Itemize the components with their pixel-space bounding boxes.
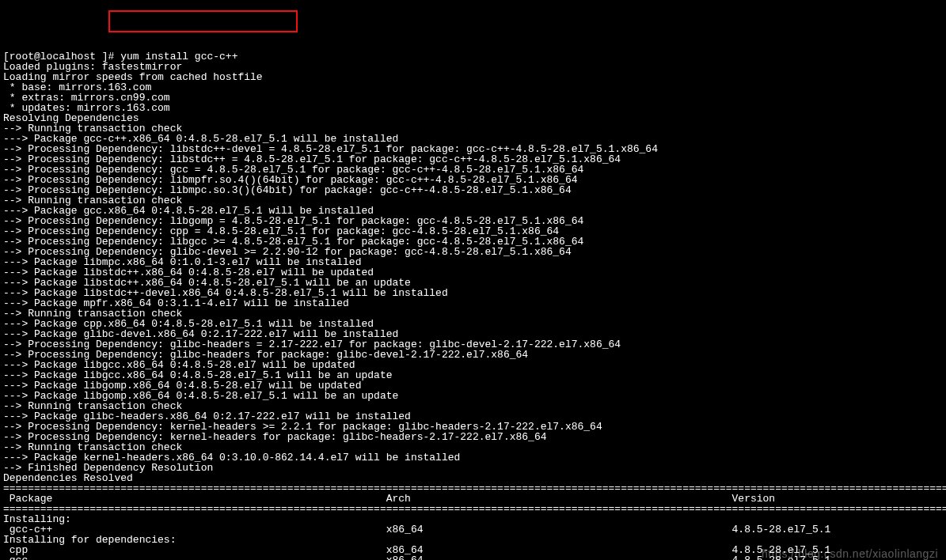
terminal-line: ========================================… (3, 504, 943, 514)
terminal-line: * updates: mirrors.163.com (3, 103, 943, 113)
command-highlight-box (108, 10, 298, 32)
terminal-output: [root@localhost ]# yum install gcc-c++Lo… (0, 51, 946, 560)
terminal-line: --> Finished Dependency Resolution (3, 463, 943, 473)
watermark-text: https://blog.csdn.net/xiaolinlangzi (762, 549, 938, 559)
